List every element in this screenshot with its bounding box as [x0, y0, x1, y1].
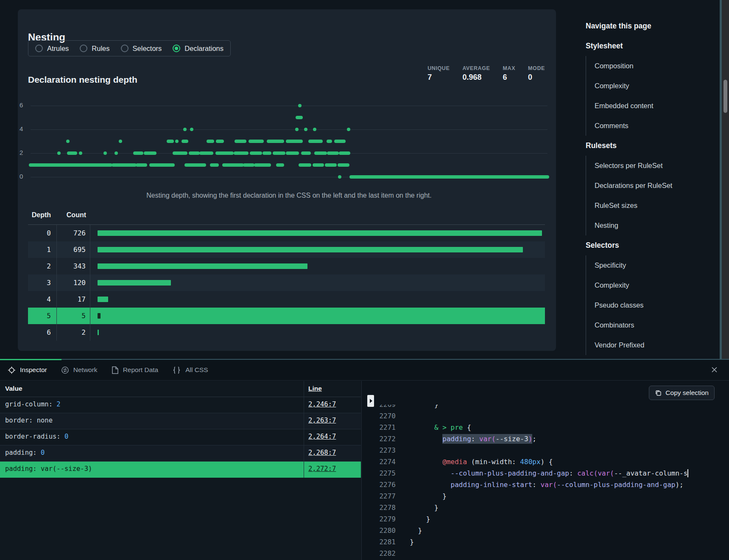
radio-selectors[interactable]: Selectors — [121, 45, 162, 53]
declaration-text: grid-column: 2 — [5, 400, 61, 408]
count-header: Count — [56, 211, 86, 219]
scatter-segment-depth-3 — [249, 140, 264, 143]
scatter-segment-depth-2 — [234, 151, 249, 155]
scatter-segment-depth-2 — [273, 151, 285, 155]
line-number: 2271 — [362, 422, 396, 433]
code-line-2275: 2275 --column-plus-padding-and-gap: calc… — [362, 468, 688, 479]
scatter-segment-depth-1 — [112, 163, 137, 167]
depth-row-0[interactable]: 0726 — [28, 225, 545, 241]
radio-unselected-icon[interactable] — [80, 45, 87, 52]
depth-row-2[interactable]: 2343 — [28, 258, 545, 274]
value-row[interactable]: padding: 02,268:7 — [0, 445, 361, 462]
depth-row-4[interactable]: 417 — [28, 291, 545, 308]
nav-item-comments[interactable]: Comments — [586, 116, 726, 136]
value-row[interactable]: border-radius: 02,264:7 — [0, 429, 361, 445]
tab-label: Network — [73, 366, 98, 374]
nav-item-vendor-prefixed[interactable]: Vendor Prefixed — [586, 335, 726, 355]
nav-item-declarations-per-ruleset[interactable]: Declarations per RuleSet — [586, 176, 726, 196]
line-link[interactable]: 2,263:7 — [308, 417, 336, 424]
count-bar — [98, 330, 99, 335]
radio-label: Declarations — [184, 45, 223, 53]
nav-item-embedded-content[interactable]: Embedded content — [586, 96, 726, 116]
scatter-segment-depth-1 — [222, 163, 244, 167]
count-cell: 120 — [28, 274, 86, 291]
tab-all-css[interactable]: All CSS — [172, 366, 208, 374]
depth-row-6[interactable]: 62 — [28, 324, 545, 341]
scatter-segment-depth-3 — [334, 140, 345, 143]
inspector-tabbar: InspectorNetworkReport DataAll CSS — [0, 360, 729, 381]
radio-selected-icon[interactable] — [173, 45, 180, 52]
copy-selection-label: Copy selection — [665, 389, 709, 397]
tab-label: All CSS — [185, 366, 208, 374]
scrollbar-thumb[interactable] — [723, 80, 727, 113]
count-cell: 695 — [28, 241, 86, 258]
stat-value: 0.968 — [462, 73, 490, 82]
count-bar — [98, 263, 307, 269]
line-number: 2275 — [362, 468, 396, 479]
value-row[interactable]: padding: var(--size-3)2,272:7 — [0, 462, 361, 478]
close-panel-button[interactable] — [709, 364, 720, 375]
code-line-2274: 2274 @media (min-width: 480px) { — [362, 456, 688, 468]
line-column-header[interactable]: Line — [308, 385, 322, 392]
depth-row-1[interactable]: 1695 — [28, 241, 545, 258]
scatter-segment-depth-5 — [296, 116, 303, 119]
scrollbar-track[interactable] — [722, 0, 729, 359]
radio-declarations[interactable]: Declarations — [173, 45, 223, 53]
nav-item-composition[interactable]: Composition — [586, 56, 726, 76]
table-divider-2 — [90, 225, 90, 341]
toggle-sidebar-icon[interactable] — [367, 395, 374, 407]
line-number: 2270 — [362, 410, 396, 422]
copy-selection-button[interactable]: Copy selection — [649, 386, 715, 400]
chart-caption: Nesting depth, showing the first declara… — [31, 192, 547, 199]
code-toolbar: Copy selection — [362, 381, 729, 405]
scatter-segment-depth-1 — [29, 163, 112, 167]
nav-item-selectors-per-ruleset[interactable]: Selectors per RuleSet — [586, 156, 726, 176]
scatter-segment-depth-2 — [327, 151, 339, 155]
line-number: 2274 — [362, 456, 396, 468]
scatter-segment-depth-2 — [263, 151, 271, 155]
line-link[interactable]: 2,272:7 — [308, 465, 336, 473]
nav-item-nesting[interactable]: Nesting — [586, 216, 726, 235]
count-cell: 726 — [28, 225, 86, 241]
radio-unselected-icon[interactable] — [35, 45, 43, 52]
radio-atrules[interactable]: Atrules — [35, 45, 69, 53]
nav-item-specificity[interactable]: Specificity — [586, 255, 726, 275]
code-line-2276: 2276 padding-inline-start: var(--column-… — [362, 479, 688, 490]
value-row[interactable]: border: none2,263:7 — [0, 413, 361, 429]
line-number: 2281 — [362, 536, 396, 548]
nav-item-complexity[interactable]: Complexity — [586, 275, 726, 295]
scatter-segment-depth-1 — [325, 163, 337, 167]
radio-unselected-icon[interactable] — [121, 45, 128, 52]
declaration-text: border: none — [5, 417, 53, 424]
line-number: 2273 — [362, 445, 396, 456]
line-link[interactable]: 2,246:7 — [308, 400, 336, 408]
scatter-segment-depth-1 — [276, 163, 284, 167]
nav-item-ruleset-sizes[interactable]: RuleSet sizes — [586, 196, 726, 216]
stat-mode: MODE0 — [528, 65, 545, 82]
line-link[interactable]: 2,268:7 — [308, 449, 336, 456]
line-number: 2272 — [362, 433, 396, 445]
code-line-2273: 2273 — [362, 445, 688, 456]
scatter-segment-depth-2 — [115, 151, 118, 155]
scatter-segment-depth-0 — [349, 175, 549, 179]
nav-group: SpecificityComplexityPseudo classesCombi… — [586, 255, 726, 355]
tab-report-data[interactable]: Report Data — [112, 366, 159, 374]
scatter-segment-depth-1 — [254, 163, 271, 167]
depth-row-3[interactable]: 3120 — [28, 274, 545, 291]
nav-item-combinators[interactable]: Combinators — [586, 315, 726, 335]
line-link[interactable]: 2,264:7 — [308, 433, 336, 440]
radio-rules[interactable]: Rules — [80, 45, 109, 53]
y-tick-6: 6 — [20, 101, 30, 109]
value-row[interactable]: grid-column: 22,246:7 — [0, 397, 361, 413]
scatter-segment-depth-1 — [243, 163, 255, 167]
nav-item-complexity[interactable]: Complexity — [586, 76, 726, 96]
nav-item-pseudo-classes[interactable]: Pseudo classes — [586, 295, 726, 315]
code-line-2272: 2272 padding: var(--size-3); — [362, 433, 688, 445]
depth-row-5[interactable]: 55 — [28, 308, 545, 324]
y-tick-2: 2 — [20, 149, 30, 156]
tab-network[interactable]: Network — [61, 366, 98, 374]
css-source-view[interactable]: 2269 }22702271 & > pre {2272 padding: va… — [362, 381, 688, 560]
scatter-segment-depth-3 — [267, 140, 284, 143]
tab-inspector[interactable]: Inspector — [8, 366, 47, 374]
count-bar — [98, 280, 171, 286]
